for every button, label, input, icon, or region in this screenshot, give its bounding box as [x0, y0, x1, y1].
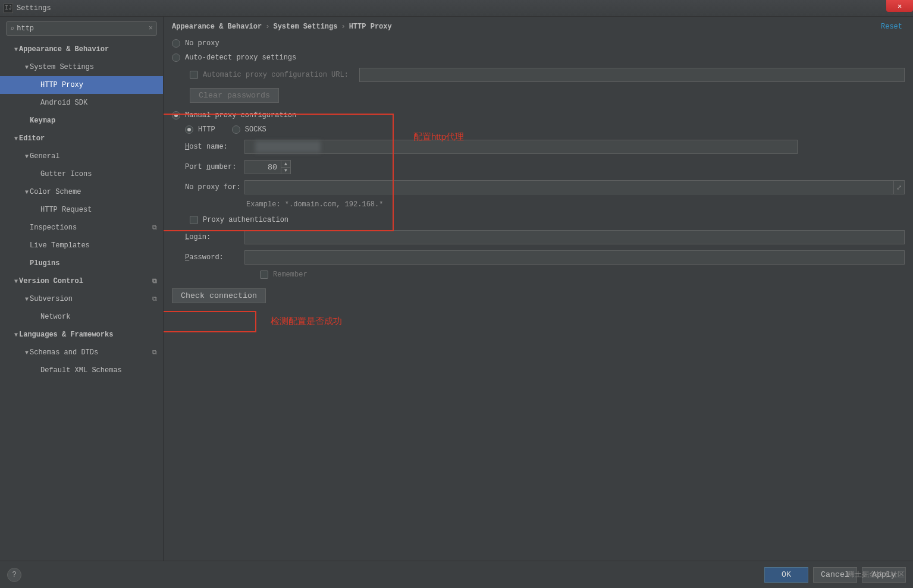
- expand-icon[interactable]: ▼: [24, 189, 30, 196]
- sidebar-item-inspections[interactable]: Inspections⧉: [0, 219, 163, 237]
- password-row: Password:: [185, 250, 905, 265]
- clear-passwords-button[interactable]: Clear passwords: [190, 88, 279, 103]
- expand-icon[interactable]: ▼: [13, 136, 19, 142]
- manual-proxy-radio-row[interactable]: Manual proxy configuration: [172, 111, 905, 120]
- example-text: Example: *.domain.com, 192.168.*: [246, 200, 905, 209]
- no-proxy-for-input[interactable]: [245, 181, 891, 195]
- port-input-wrapper: ▲ ▼: [244, 160, 291, 174]
- sidebar-item-editor[interactable]: ▼Editor: [0, 130, 163, 147]
- no-proxy-for-row: No proxy for: ⤢: [185, 180, 905, 194]
- sidebar-item-default-xml-schemas[interactable]: Default XML Schemas: [0, 361, 163, 379]
- sidebar-item-general[interactable]: ▼General: [0, 147, 163, 165]
- checkbox-auto-url[interactable]: [190, 71, 198, 79]
- settings-sidebar: ⌕ × ▼Appearance & Behavior▼System Settin…: [0, 17, 164, 561]
- annotation-text-2: 检测配置是否成功: [271, 316, 342, 327]
- remember-row[interactable]: Remember: [260, 271, 905, 279]
- expand-icon[interactable]: ▼: [13, 332, 19, 338]
- auto-url-row: Automatic proxy configuration URL:: [190, 68, 905, 82]
- proxy-auth-row[interactable]: Proxy authentication: [190, 216, 905, 224]
- login-input[interactable]: [244, 230, 905, 244]
- clear-search-icon[interactable]: ×: [149, 24, 153, 33]
- expand-icon[interactable]: ▼: [24, 350, 30, 356]
- sidebar-item-label: Default XML Schemas: [40, 366, 122, 375]
- password-label: Password:: [185, 253, 244, 262]
- sidebar-item-http-request[interactable]: HTTP Request: [0, 201, 163, 219]
- cancel-button[interactable]: Cancel: [813, 567, 857, 583]
- sidebar-item-subversion[interactable]: ▼Subversion⧉: [0, 290, 163, 308]
- port-spinners: ▲ ▼: [281, 161, 290, 174]
- sidebar-item-schemas-and-dtds[interactable]: ▼Schemas and DTDs⧉: [0, 344, 163, 361]
- proxy-form: No proxy Auto-detect proxy settings Auto…: [172, 39, 905, 303]
- sidebar-item-label: Schemas and DTDs: [30, 348, 98, 357]
- sidebar-item-appearance-behavior[interactable]: ▼Appearance & Behavior: [0, 40, 163, 58]
- expand-icon[interactable]: ▼: [13, 46, 19, 53]
- socks-radio-row[interactable]: SOCKS: [232, 125, 266, 134]
- scheme-icon: ⧉: [152, 224, 157, 231]
- radio-manual[interactable]: [172, 111, 180, 120]
- no-proxy-radio-row[interactable]: No proxy: [172, 39, 905, 48]
- search-box[interactable]: ⌕ ×: [6, 21, 157, 36]
- sidebar-item-network[interactable]: Network: [0, 308, 163, 326]
- radio-http[interactable]: [185, 125, 193, 134]
- sidebar-item-system-settings[interactable]: ▼System Settings: [0, 58, 163, 76]
- sidebar-item-label: Gutter Icons: [40, 170, 92, 178]
- expand-icon[interactable]: ▼: [24, 64, 30, 71]
- radio-no-proxy[interactable]: [172, 39, 180, 48]
- sidebar-item-color-scheme[interactable]: ▼Color Scheme: [0, 183, 163, 201]
- dialog-footer: ? OK Cancel Apply 稀土掘金技术社区: [0, 561, 913, 588]
- sidebar-item-label: Version Control: [19, 277, 83, 285]
- sidebar-item-version-control[interactable]: ▼Version Control⧉: [0, 272, 163, 290]
- scheme-icon: ⧉: [152, 349, 157, 356]
- port-input[interactable]: [245, 161, 281, 174]
- remember-label: Remember: [273, 271, 308, 279]
- crumb-1[interactable]: Appearance & Behavior: [172, 23, 262, 31]
- clear-passwords-row: Clear passwords: [190, 88, 905, 103]
- crumb-2[interactable]: System Settings: [273, 23, 337, 31]
- sidebar-item-android-sdk[interactable]: Android SDK: [0, 94, 163, 112]
- sidebar-item-label: General: [30, 152, 59, 161]
- sidebar-item-label: HTTP Proxy: [40, 81, 83, 89]
- http-radio-row[interactable]: HTTP: [185, 125, 215, 134]
- window-title: Settings: [17, 4, 51, 12]
- radio-socks[interactable]: [232, 125, 240, 134]
- no-proxy-for-label: No proxy for:: [185, 183, 244, 191]
- reset-link[interactable]: Reset: [881, 23, 902, 31]
- checkbox-remember[interactable]: [260, 271, 268, 279]
- host-label: HHost name:ost name:: [185, 143, 244, 151]
- sidebar-item-live-templates[interactable]: Live Templates: [0, 237, 163, 254]
- expand-icon[interactable]: ▼: [13, 278, 19, 285]
- sidebar-item-http-proxy[interactable]: HTTP Proxy: [0, 76, 163, 94]
- spinner-down-icon[interactable]: ▼: [281, 168, 290, 174]
- auto-detect-label: Auto-detect proxy settings: [185, 54, 296, 62]
- host-input[interactable]: [244, 140, 798, 154]
- check-connection-button[interactable]: Check connection: [172, 288, 266, 303]
- checkbox-proxy-auth[interactable]: [190, 216, 198, 224]
- main-area: ⌕ × ▼Appearance & Behavior▼System Settin…: [0, 17, 913, 561]
- spinner-up-icon[interactable]: ▲: [281, 161, 290, 168]
- auto-detect-radio-row[interactable]: Auto-detect proxy settings: [172, 54, 905, 62]
- expand-icon[interactable]: ▼: [24, 153, 30, 160]
- no-proxy-label: No proxy: [185, 39, 219, 48]
- sidebar-item-gutter-icons[interactable]: Gutter Icons: [0, 165, 163, 183]
- radio-auto-detect[interactable]: [172, 54, 180, 62]
- sidebar-item-languages-frameworks[interactable]: ▼Languages & Frameworks: [0, 326, 163, 344]
- login-row: Login:: [185, 230, 905, 244]
- annotation-text-1: 配置http代理: [413, 131, 464, 143]
- sidebar-item-plugins[interactable]: Plugins: [0, 254, 163, 272]
- ok-button[interactable]: OK: [764, 567, 808, 583]
- redacted-host: [255, 141, 321, 153]
- search-input[interactable]: [17, 24, 149, 33]
- port-label: Port number:: [185, 163, 244, 171]
- sidebar-item-label: System Settings: [30, 63, 94, 71]
- apply-button[interactable]: Apply: [862, 567, 906, 583]
- help-button[interactable]: ?: [7, 568, 21, 582]
- close-button[interactable]: ✕: [886, 0, 913, 12]
- expand-icon[interactable]: ⤢: [893, 181, 904, 194]
- password-input[interactable]: [244, 250, 905, 265]
- sidebar-item-keymap[interactable]: Keymap: [0, 112, 163, 130]
- expand-icon[interactable]: ▼: [24, 296, 30, 303]
- crumb-3: HTTP Proxy: [349, 23, 392, 31]
- scheme-icon: ⧉: [152, 295, 157, 303]
- sidebar-item-label: Live Templates: [30, 241, 90, 250]
- auto-url-input[interactable]: [359, 68, 905, 82]
